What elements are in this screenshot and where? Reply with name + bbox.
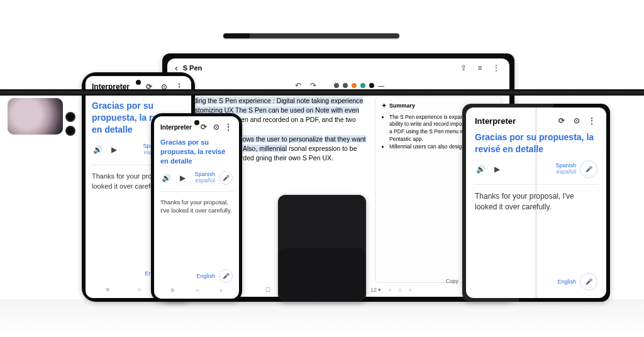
copy-button[interactable]: Copy [446, 278, 458, 285]
source-translation: Gracias por su propuesta, la revisé en d… [475, 131, 597, 155]
palette-more[interactable]: — [378, 82, 384, 89]
color-cyan[interactable] [360, 83, 365, 88]
color-black[interactable] [369, 83, 374, 88]
summary-title: Summary [389, 102, 415, 110]
app-title: Interpreter [160, 124, 192, 131]
android-nav[interactable]: ≡○‹ [160, 283, 233, 294]
play-icon[interactable]: ▶ [177, 172, 188, 184]
play-icon[interactable]: ▶ [491, 163, 502, 175]
color-grey-2[interactable] [343, 83, 348, 88]
target-lang[interactable]: English [557, 279, 576, 285]
settings-icon[interactable]: ⊙ [571, 115, 582, 126]
target-lang[interactable]: English [196, 273, 215, 279]
interpreter-app: Interpreter ⟳ ⊙ ⋮ Gracias por su propues… [154, 116, 239, 299]
device-lineup: ‹ S Pen ⇪ ≡ ⋮ ↶ ↷ — Expanding the [0, 38, 644, 302]
color-orange[interactable] [352, 83, 357, 88]
foldable-device: Interpreter ⟳ ⊙ ⋮ Gracias por su propues… [462, 104, 610, 302]
mic-button[interactable]: 🎤 [580, 273, 597, 290]
sparkle-icon: ✦ [382, 102, 387, 110]
speak-icon[interactable]: 🔊 [160, 172, 172, 184]
share-icon[interactable]: ⇪ [458, 62, 469, 74]
app-title: Interpreter [475, 116, 516, 126]
menu-icon[interactable]: ≡ [474, 62, 486, 74]
play-icon[interactable]: ▶ [108, 144, 119, 155]
color-grey[interactable] [334, 83, 339, 88]
divider [159, 191, 234, 192]
tablet-title: S Pen [183, 64, 203, 72]
history-icon[interactable]: ⟳ [556, 115, 567, 126]
more-icon[interactable]: ⋮ [224, 121, 233, 133]
target-translation: Thanks for your proposal, I've looked it… [160, 198, 233, 216]
history-icon[interactable]: ⟳ [199, 121, 208, 133]
tablet-header: ‹ S Pen ⇪ ≡ ⋮ [167, 58, 509, 77]
source-lang-native: español [555, 169, 576, 175]
phone-small: Interpreter ⟳ ⊙ ⋮ Gracias por su propues… [151, 113, 242, 302]
s-pen-stylus [223, 33, 399, 38]
settings-icon[interactable]: ⊙ [212, 121, 221, 133]
speak-icon[interactable]: 🔊 [475, 163, 486, 175]
speak-icon[interactable]: 🔊 [92, 144, 103, 155]
note-line: gning their own S Pen UX. [256, 154, 333, 162]
divider [474, 184, 599, 185]
flip-phone-closed [278, 195, 366, 302]
surface-reflection [0, 299, 644, 337]
source-lang-native: español [194, 178, 215, 184]
mic-button[interactable]: 🎤 [219, 269, 233, 283]
back-icon[interactable]: ‹ [175, 63, 178, 73]
camera-punch-hole [194, 120, 199, 125]
mic-button[interactable]: 🎤 [580, 160, 597, 178]
more-icon[interactable]: ⋮ [586, 115, 597, 126]
more-icon[interactable]: ⋮ [491, 62, 502, 74]
mic-button[interactable]: 🎤 [219, 171, 233, 185]
source-translation: Gracias por su propuesta, la revisé en d… [160, 138, 233, 166]
interpreter-app: Interpreter ⟳ ⊙ ⋮ Gracias por su propues… [466, 108, 606, 298]
camera-punch-hole [136, 80, 141, 85]
target-translation: Thanks for your proposal, I've looked it… [475, 191, 597, 213]
